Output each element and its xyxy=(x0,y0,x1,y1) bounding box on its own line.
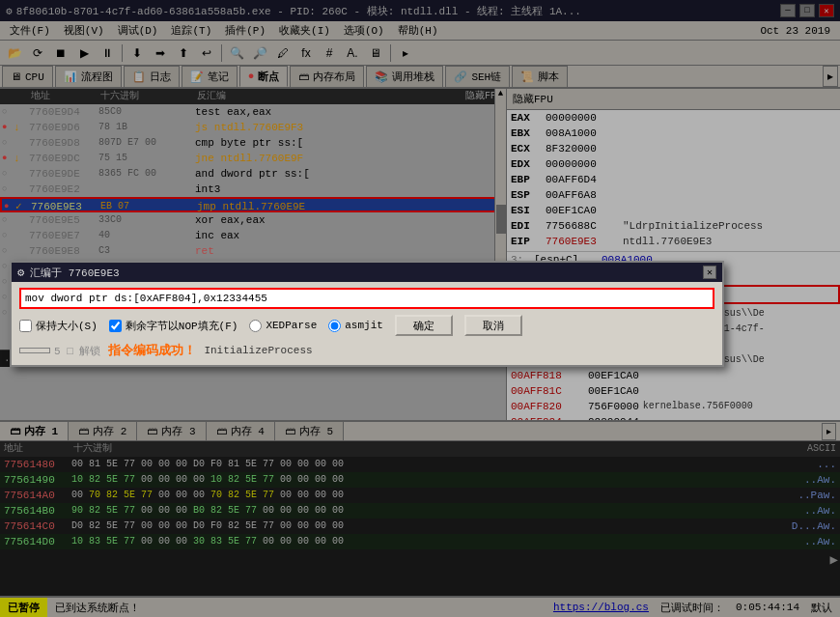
nop-fill-checkbox-label[interactable]: 剩余字节以NOP填充(F) xyxy=(109,319,238,333)
dialog-title-bar: ⚙ 汇编于 7760E9E3 ✕ xyxy=(12,263,722,282)
asm-input[interactable] xyxy=(19,288,714,309)
dialog-title: 汇编于 7760E9E3 xyxy=(30,266,697,280)
asmjit-radio-label[interactable]: asmjit xyxy=(328,320,383,332)
initialize-label: InitializeProcess xyxy=(204,345,312,356)
success-row: 5 □ 解锁 指令编码成功！ InitializeProcess xyxy=(19,342,714,359)
app-window: ⚙ 8f80610b-8701-4c7f-ad60-63861a558a5b.e… xyxy=(0,0,840,617)
asm-options-row: 保持大小(S) 剩余字节以NOP填充(F) XEDParse asmjit xyxy=(19,315,714,336)
dialog-cancel-button[interactable]: 取消 xyxy=(464,315,522,336)
success-message: 指令编码成功！ xyxy=(108,342,196,359)
asm-input-row xyxy=(19,288,714,309)
dialog-icon: ⚙ xyxy=(17,266,24,280)
keep-size-checkbox[interactable] xyxy=(19,320,32,332)
lock-label: 5 □ 解锁 xyxy=(54,344,100,358)
keep-size-checkbox-label[interactable]: 保持大小(S) xyxy=(19,319,98,333)
dialog-close-button[interactable]: ✕ xyxy=(703,266,716,279)
asmjit-radio[interactable] xyxy=(328,320,341,332)
assemble-dialog: ⚙ 汇编于 7760E9E3 ✕ 保持大小(S) 剩余字节以NOP填充(F) xyxy=(10,261,724,367)
lock-indicator xyxy=(19,348,50,353)
dialog-body: 保持大小(S) 剩余字节以NOP填充(F) XEDParse asmjit xyxy=(12,282,722,365)
dialog-ok-button[interactable]: 确定 xyxy=(395,315,453,336)
nop-fill-checkbox[interactable] xyxy=(109,320,122,332)
modal-overlay: ⚙ 汇编于 7760E9E3 ✕ 保持大小(S) 剩余字节以NOP填充(F) xyxy=(0,0,840,617)
xedparse-radio-label[interactable]: XEDParse xyxy=(249,320,317,332)
xedparse-radio[interactable] xyxy=(249,320,262,332)
